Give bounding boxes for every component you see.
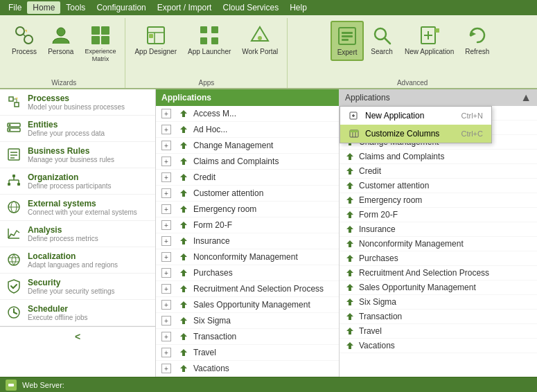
svg-marker-31: [15, 103, 19, 107]
context-menu-new-application[interactable]: New Application Ctrl+N: [340, 107, 491, 125]
refresh-button[interactable]: Refresh: [460, 21, 494, 60]
context-menu-customize-columns[interactable]: Customize Columns Ctrl+C: [340, 125, 491, 143]
right-item-sixsigma[interactable]: Six Sigma: [340, 295, 537, 310]
menu-export-import[interactable]: Export / Import: [152, 1, 218, 14]
expand-recruitment[interactable]: +: [161, 284, 171, 294]
organization-icon: [6, 172, 22, 189]
expand-transaction[interactable]: +: [161, 332, 171, 341]
sidebar-item-external-systems[interactable]: External systems Connect with your exter…: [0, 195, 155, 221]
sidebar-item-scheduler[interactable]: Scheduler Execute offline jobs: [0, 300, 155, 326]
right-label-vacations: Vacations: [359, 341, 395, 350]
menu-home[interactable]: Home: [27, 1, 60, 14]
expand-travel[interactable]: +: [161, 348, 171, 357]
app-icon-insurance: [178, 235, 189, 247]
menu-bar: File Home Tools Configuration Export / I…: [0, 0, 537, 15]
persona-button[interactable]: Persona: [43, 21, 78, 60]
app-item-vacations[interactable]: + Vacations: [156, 361, 339, 377]
sidebar-item-entities[interactable]: Entities Define your process data: [0, 116, 155, 142]
app-item-travel[interactable]: + Travel: [156, 345, 339, 361]
right-item-nonconformity[interactable]: Nonconformity Management: [340, 237, 537, 251]
app-item-nonconformity[interactable]: + Nonconformity Management: [156, 249, 339, 265]
app-item-sixsigma[interactable]: + Six Sigma: [156, 313, 339, 329]
toolbar-top: Process Persona: [0, 15, 537, 88]
refresh-icon: [466, 24, 488, 46]
search-button[interactable]: Search: [365, 21, 398, 60]
sidebar-collapse[interactable]: <: [0, 326, 155, 346]
app-item-emergency[interactable]: + Emergency room: [156, 202, 339, 217]
expand-emergency[interactable]: +: [161, 204, 171, 214]
app-item-claims[interactable]: + Claims and Complaints: [156, 154, 339, 170]
processes-desc: Model your business processes: [28, 103, 125, 111]
expand-sales[interactable]: +: [161, 300, 171, 310]
scroll-up-icon[interactable]: ▲: [520, 91, 531, 104]
right-icon-purchases: [345, 253, 355, 263]
svg-rect-6: [101, 26, 109, 35]
app-item-transaction[interactable]: + Transaction: [156, 329, 339, 345]
svg-rect-15: [200, 37, 207, 44]
new-application-button[interactable]: New Application: [400, 21, 459, 60]
svg-marker-85: [346, 211, 353, 218]
app-item-purchases[interactable]: + Purchases: [156, 265, 339, 281]
toolbar: Process Persona: [0, 15, 537, 89]
app-icon-recruitment: [178, 283, 189, 294]
app-list-title: Applications: [161, 93, 211, 103]
expand-nonconformity[interactable]: +: [161, 252, 171, 262]
sidebar-item-analysis[interactable]: Analysis Define process metrics: [0, 221, 155, 247]
app-item-recruitment[interactable]: + Recruitment And Selection Process: [156, 281, 339, 297]
menu-file[interactable]: File: [3, 1, 27, 14]
right-item-travel[interactable]: Travel: [340, 324, 537, 339]
sidebar-item-security[interactable]: Security Define your security settings: [0, 274, 155, 300]
expand-change[interactable]: +: [161, 141, 171, 150]
svg-marker-83: [346, 182, 353, 189]
sidebar-item-organization[interactable]: Organization Define process participants: [0, 168, 155, 195]
menu-help[interactable]: Help: [284, 1, 312, 14]
process-button[interactable]: Process: [7, 21, 42, 60]
expand-sixsigma[interactable]: +: [161, 316, 171, 326]
menu-tools[interactable]: Tools: [60, 1, 91, 14]
expand-purchases[interactable]: +: [161, 268, 171, 278]
experience-matrix-button[interactable]: ExperienceMatrix: [80, 21, 121, 66]
right-item-recruitment[interactable]: Recruitment And Selection Process: [340, 266, 537, 280]
expand-adhoc[interactable]: +: [161, 125, 171, 134]
app-item-sales[interactable]: + Sales Opportunity Management: [156, 297, 339, 313]
right-item-vacations[interactable]: Vacations: [340, 339, 537, 353]
app-item-adhoc[interactable]: + Ad Hoc...: [156, 122, 339, 138]
app-item-insurance[interactable]: + Insurance: [156, 233, 339, 249]
menu-cloud-services[interactable]: Cloud Services: [217, 1, 284, 14]
sidebar-item-processes[interactable]: Processes Model your business processes: [0, 89, 155, 116]
svg-point-37: [9, 124, 11, 126]
expand-form20f[interactable]: +: [161, 220, 171, 230]
right-item-insurance[interactable]: Insurance: [340, 222, 537, 237]
right-item-transaction[interactable]: Transaction: [340, 310, 537, 324]
app-launcher-button[interactable]: App Launcher: [183, 21, 236, 60]
app-item-change[interactable]: + Change Management: [156, 138, 339, 154]
expand-claims[interactable]: +: [161, 157, 171, 166]
app-item-customer[interactable]: + Customer attention: [156, 186, 339, 202]
expand-insurance[interactable]: +: [161, 236, 171, 246]
right-item-credit[interactable]: Credit: [340, 164, 537, 179]
svg-marker-90: [346, 284, 353, 291]
menu-configuration[interactable]: Configuration: [91, 1, 151, 14]
right-item-customer[interactable]: Customer attention: [340, 179, 537, 193]
app-icon-purchases: [178, 267, 189, 278]
sidebar-item-localization[interactable]: Localization Adapt languages and regions: [0, 247, 155, 274]
expert-button[interactable]: Expert: [331, 21, 364, 61]
expand-access[interactable]: +: [161, 109, 171, 118]
sidebar-item-business-rules[interactable]: Business Rules Manage your business rule…: [0, 142, 155, 168]
right-item-form20f[interactable]: Form 20-F: [340, 208, 537, 222]
svg-rect-8: [101, 36, 109, 44]
right-item-sales[interactable]: Sales Opportunity Management: [340, 280, 537, 295]
app-item-form20f[interactable]: + Form 20-F: [156, 217, 339, 233]
app-designer-button[interactable]: App Designer: [130, 21, 182, 60]
expand-credit[interactable]: +: [161, 172, 171, 182]
expand-vacations[interactable]: +: [161, 364, 171, 373]
right-item-claims[interactable]: Claims and Complaints: [340, 150, 537, 164]
advanced-label: Advanced: [292, 78, 533, 88]
app-item-credit[interactable]: + Credit: [156, 170, 339, 186]
app-label-credit: Credit: [193, 172, 215, 182]
expand-customer[interactable]: +: [161, 188, 171, 198]
right-item-purchases[interactable]: Purchases: [340, 251, 537, 266]
app-item-access[interactable]: + Access M...: [156, 106, 339, 122]
work-portal-button[interactable]: Work Portal: [237, 21, 283, 60]
right-item-emergency[interactable]: Emergency room: [340, 193, 537, 208]
